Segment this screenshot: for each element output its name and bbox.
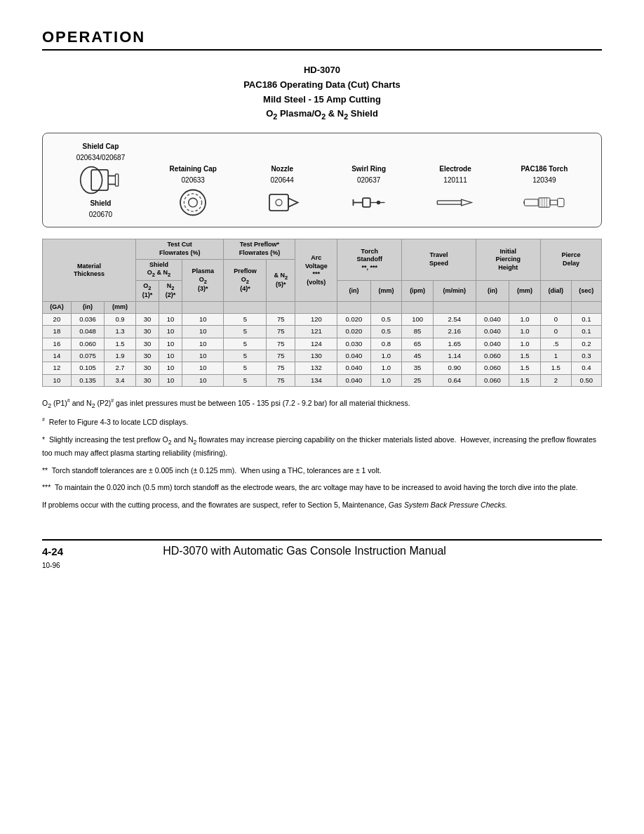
table-cell: 0.5 bbox=[370, 326, 402, 338]
table-cell: 2.16 bbox=[433, 326, 476, 338]
electrode-icon bbox=[434, 187, 476, 218]
center-title-block: HD-3070 PAC186 Operating Data (Cut) Char… bbox=[42, 63, 602, 123]
table-cell: 1.0 bbox=[509, 338, 541, 350]
part-nozzle: Nozzle 020644 bbox=[261, 164, 303, 218]
svg-marker-26 bbox=[523, 201, 524, 204]
table-cell: 10 bbox=[159, 374, 182, 386]
table-cell: 20 bbox=[43, 313, 72, 325]
table-cell: 0.040 bbox=[337, 374, 370, 386]
part-electrode: Electrode 120111 bbox=[434, 164, 476, 218]
table-cell: 0.036 bbox=[71, 313, 104, 325]
table-cell: 10 bbox=[182, 326, 224, 338]
svg-rect-24 bbox=[550, 200, 558, 205]
th-ipm: (ipm) bbox=[402, 280, 434, 301]
table-cell: 10 bbox=[182, 338, 224, 350]
table-cell: 10 bbox=[159, 362, 182, 374]
th-test-cut: Test CutFlowrates (%) bbox=[135, 239, 224, 259]
table-cell: 0 bbox=[540, 313, 571, 325]
table-cell: 30 bbox=[135, 313, 159, 325]
table-cell: 14 bbox=[43, 350, 72, 362]
svg-rect-18 bbox=[524, 199, 538, 206]
th-pf-n2 bbox=[267, 302, 295, 314]
svg-rect-8 bbox=[269, 194, 288, 211]
th-travel: TravelSpeed bbox=[402, 239, 476, 281]
th-delay-dial: (dial) bbox=[540, 280, 571, 301]
table-cell: 0.8 bbox=[370, 338, 402, 350]
pac186-torch-icon bbox=[523, 187, 565, 218]
table-cell: 0.030 bbox=[337, 338, 370, 350]
th-test-preflow: Test Preflow*Flowrates (%) bbox=[224, 239, 295, 259]
table-cell: 5 bbox=[224, 326, 267, 338]
th-ga: (GA) bbox=[43, 302, 72, 314]
th-t-mmin bbox=[433, 302, 476, 314]
th-delay-sec: (sec) bbox=[571, 280, 601, 301]
th-shield-o2: O2(1)* bbox=[135, 280, 159, 301]
operating-data-table: MaterialThickness Test CutFlowrates (%) … bbox=[42, 239, 602, 387]
th-s-n2 bbox=[159, 302, 182, 314]
th-s-mm bbox=[370, 302, 402, 314]
notes-section: O2 (P1)# and N2 (P2)# gas inlet pressure… bbox=[42, 397, 602, 511]
table-cell: 1.3 bbox=[105, 326, 136, 338]
table-cell: 10 bbox=[159, 350, 182, 362]
table-cell: 12 bbox=[43, 362, 72, 374]
table-cell: 5 bbox=[224, 374, 267, 386]
th-plasma: PlasmaO2(3)* bbox=[182, 259, 224, 301]
shield-cap-icon bbox=[79, 164, 121, 196]
table-cell: 5 bbox=[224, 313, 267, 325]
table-cell: 10 bbox=[182, 350, 224, 362]
table-cell: 121 bbox=[295, 326, 337, 338]
table-cell: 1.0 bbox=[370, 362, 402, 374]
th-shield: ShieldO2 & N2 bbox=[135, 259, 182, 280]
footer-title-normal: Instruction Manual bbox=[351, 545, 446, 557]
table-cell: 2.54 bbox=[433, 313, 476, 325]
table-cell: 5 bbox=[224, 338, 267, 350]
th-pi-in bbox=[476, 302, 509, 314]
table-cell: 75 bbox=[267, 350, 295, 362]
part-swirl-ring: Swirl Ring 020637 bbox=[348, 164, 390, 218]
section-header: OPERATION bbox=[42, 28, 602, 51]
svg-rect-4 bbox=[116, 174, 119, 186]
table-cell: 1.0 bbox=[370, 350, 402, 362]
th-pierce-height: InitialPiercingHeight bbox=[476, 239, 540, 281]
footer-title: HD-3070 with Automatic Gas Console Instr… bbox=[163, 545, 446, 557]
table-cell: 0.5 bbox=[370, 313, 402, 325]
th-mmin: (m/min) bbox=[433, 280, 476, 301]
table-cell: 18 bbox=[43, 326, 72, 338]
table-cell: 1.65 bbox=[433, 338, 476, 350]
table-cell: 0.040 bbox=[476, 338, 509, 350]
table-cell: 0.075 bbox=[71, 350, 104, 362]
svg-rect-13 bbox=[363, 198, 370, 207]
table-cell: 1.0 bbox=[509, 313, 541, 325]
svg-rect-16 bbox=[437, 201, 461, 204]
table-cell: 0.060 bbox=[476, 350, 509, 362]
part-shield-cap: Shield Cap 020634/020687 Shield 020670 bbox=[76, 142, 126, 218]
note-pressure: O2 (P1)# and N2 (P2)# gas inlet pressure… bbox=[42, 397, 602, 411]
th-shield-n2: N2(2)* bbox=[159, 280, 182, 301]
table-cell: 1.9 bbox=[105, 350, 136, 362]
table-cell: 45 bbox=[402, 350, 434, 362]
table-cell: 1.5 bbox=[105, 338, 136, 350]
table-cell: 0.020 bbox=[337, 313, 370, 325]
table-cell: 10 bbox=[182, 374, 224, 386]
table-cell: 0.048 bbox=[71, 326, 104, 338]
table-cell: 1.0 bbox=[509, 326, 541, 338]
th-pd-sec bbox=[571, 302, 601, 314]
th-standoff-in: (in) bbox=[337, 280, 370, 301]
table-cell: 1.5 bbox=[509, 374, 541, 386]
part-torch: PAC186 Torch 120349 bbox=[521, 164, 568, 218]
th-pd-dial bbox=[540, 302, 571, 314]
table-cell: 0.020 bbox=[337, 326, 370, 338]
table-cell: 100 bbox=[402, 313, 434, 325]
svg-point-15 bbox=[376, 201, 380, 204]
table-cell: 0.060 bbox=[71, 338, 104, 350]
table-cell: 1.5 bbox=[509, 350, 541, 362]
table-cell: 0.4 bbox=[571, 362, 601, 374]
table-cell: 0.060 bbox=[476, 374, 509, 386]
th-pi-mm bbox=[509, 302, 541, 314]
th-s-o2 bbox=[135, 302, 159, 314]
table-cell: 0 bbox=[540, 326, 571, 338]
page-number: 4-24 bbox=[42, 545, 63, 557]
table-cell: 30 bbox=[135, 362, 159, 374]
table-cell: 0.135 bbox=[71, 374, 104, 386]
title-line4: O2 Plasma/O2 & N2 Shield bbox=[42, 107, 602, 123]
